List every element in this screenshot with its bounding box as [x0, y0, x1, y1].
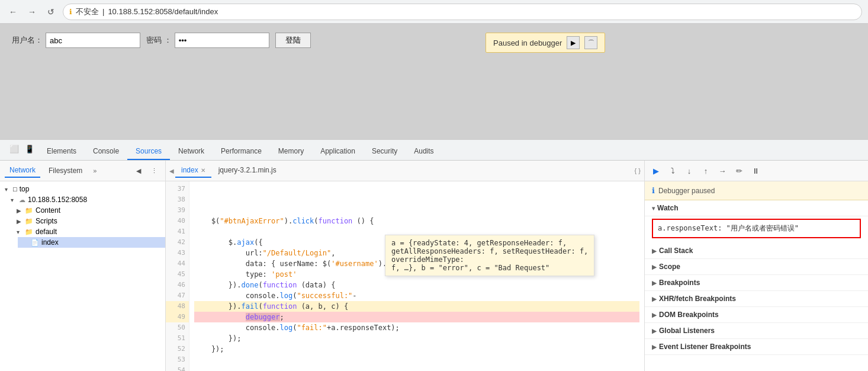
tree-index[interactable]: 📄 index — [18, 237, 165, 248]
username-input[interactable] — [46, 33, 140, 48]
tab-elements[interactable]: Elements — [38, 143, 85, 160]
devtools-icon-mobile[interactable]: 📱 — [21, 140, 38, 157]
code-scroll-area: 37 38 39 40 41 42 43 44 45 46 47 48 49 5… — [166, 181, 644, 371]
scope-label: Scope — [659, 263, 680, 271]
insecure-icon: ℹ — [69, 8, 72, 16]
resume-script-button[interactable]: ▶ — [650, 164, 663, 177]
breakpoints-section-header[interactable]: ▶ Breakpoints — [645, 275, 868, 291]
password-input[interactable] — [175, 33, 269, 48]
code-tab-jquery-label: jquery-3.2.1.min.js — [218, 166, 277, 174]
tree-default[interactable]: ▾ 📁 default — [12, 226, 165, 237]
code-lines: $("#btnAjaxError").click(function () { $… — [189, 181, 644, 371]
tree-host[interactable]: ▾ ☁ 10.188.5.152:8058 — [6, 194, 165, 205]
debugger-paused-banner: ℹ Debugger paused — [645, 181, 868, 200]
tab-console[interactable]: Console — [85, 143, 127, 160]
file-icon-index: 📄 — [31, 239, 39, 247]
line-numbers: 37 38 39 40 41 42 43 44 45 46 47 48 49 5… — [166, 181, 189, 371]
step-into-button[interactable]: ↓ — [683, 164, 696, 177]
xhr-breakpoints-chevron: ▶ — [652, 296, 657, 302]
scope-section-header[interactable]: ▶ Scope — [645, 259, 868, 275]
pause-on-exception-button[interactable]: ⏸ — [749, 164, 762, 177]
tree-arrow-top: ▾ — [5, 186, 11, 193]
tab-audits[interactable]: Audits — [406, 143, 442, 160]
code-tab-index[interactable]: index ✕ — [175, 164, 211, 178]
sidebar-add-button[interactable]: ⋮ — [147, 164, 160, 177]
tooltip-line2: getAllResponseHeaders: f, setRequestHead… — [391, 247, 588, 255]
code-line-54 — [194, 365, 639, 371]
sidebar-more-button[interactable]: » — [91, 166, 99, 175]
password-label: 密码 ： — [146, 35, 172, 46]
close-tab-index[interactable]: ✕ — [201, 167, 205, 174]
username-label: 用户名： — [12, 35, 43, 46]
info-icon: ℹ — [652, 186, 655, 195]
tab-application[interactable]: Application — [312, 143, 364, 160]
code-tab-jquery[interactable]: jquery-3.2.1.min.js — [213, 164, 282, 178]
folder-icon-top: □ — [13, 186, 17, 193]
tooltip-line4: f, …}, b = "error", c = "Bad Request" — [391, 264, 588, 272]
global-listeners-label: Global Listeners — [659, 327, 715, 335]
sidebar-hide-button[interactable]: ◀ — [132, 164, 145, 177]
deactivate-button[interactable]: ✏ — [732, 164, 745, 177]
line-53: 53 — [166, 354, 189, 365]
tab-network[interactable]: Network — [170, 143, 213, 160]
password-group: 密码 ： — [146, 33, 269, 48]
folder-icon-default: 📁 — [25, 228, 33, 236]
step-out-button[interactable]: ↑ — [699, 164, 712, 177]
cloud-icon-host: ☁ — [19, 196, 25, 204]
line-54: 54 — [166, 365, 189, 371]
dom-breakpoints-section-header[interactable]: ▶ DOM Breakpoints — [645, 307, 868, 323]
page-content: 用户名： 密码 ： 登陆 Paused in debugger ▶ ⌒ — [0, 24, 868, 139]
step-button[interactable]: → — [716, 164, 729, 177]
format-icon[interactable]: { } — [635, 167, 641, 174]
code-line-49: debugger; — [194, 312, 639, 322]
step-over-button2[interactable]: ⤵ — [666, 164, 679, 177]
folder-icon-scripts: 📁 — [25, 218, 33, 225]
right-toolbar: ▶ ⤵ ↓ ↑ → ✏ ⏸ — [645, 161, 868, 181]
tree-scripts[interactable]: ▶ 📁 Scripts — [12, 216, 165, 226]
tab-memory[interactable]: Memory — [270, 143, 312, 160]
xhr-breakpoints-label: XHR/fetch Breakpoints — [659, 295, 736, 303]
username-group: 用户名： — [12, 33, 140, 48]
event-listener-breakpoints-section-header[interactable]: ▶ Event Listener Breakpoints — [645, 339, 868, 355]
line-45: 45 — [166, 269, 189, 280]
sidebar-tab-filesystem[interactable]: Filesystem — [44, 164, 87, 177]
global-listeners-section-header[interactable]: ▶ Global Listeners — [645, 323, 868, 339]
tab-sources[interactable]: Sources — [127, 143, 170, 160]
step-over-button[interactable]: ⌒ — [584, 36, 597, 49]
watch-section-header[interactable]: ▾ Watch — [645, 200, 868, 216]
login-button[interactable]: 登陆 — [275, 33, 311, 48]
tree-content[interactable]: ▶ 📁 Content — [12, 205, 165, 216]
resume-button[interactable]: ▶ — [567, 36, 580, 49]
address-bar[interactable]: ℹ 不安全 | 10.188.5.152:8058/default/index — [63, 4, 862, 20]
reload-button[interactable]: ↺ — [44, 5, 58, 19]
code-line-37 — [194, 184, 639, 194]
code-line-52: }); — [194, 344, 639, 354]
forward-button[interactable]: → — [25, 5, 39, 19]
line-39: 39 — [166, 205, 189, 216]
line-40: 40 — [166, 216, 189, 226]
code-line-53 — [194, 354, 639, 365]
tab-security[interactable]: Security — [364, 143, 406, 160]
tree-top[interactable]: ▾ □ top — [0, 184, 165, 194]
sidebar-tabs: Network Filesystem » ◀ ⋮ — [0, 161, 165, 181]
code-content[interactable]: 37 38 39 40 41 42 43 44 45 46 47 48 49 5… — [166, 181, 644, 371]
line-41: 41 — [166, 226, 189, 237]
breakpoints-label: Breakpoints — [659, 279, 700, 287]
code-tabs: ◀ index ✕ jquery-3.2.1.min.js { } — [166, 161, 644, 181]
url-divider: | — [102, 7, 104, 16]
watch-value: a.responseText: "用户名或者密码错误" — [652, 219, 861, 238]
sidebar-actions: ◀ ⋮ — [132, 164, 160, 177]
code-line-48: }).fail(function (a, b, c) { — [194, 301, 639, 312]
right-content: ℹ Debugger paused ▾ Watch a.responseText… — [645, 181, 868, 371]
xhr-breakpoints-section-header[interactable]: ▶ XHR/fetch Breakpoints — [645, 291, 868, 307]
devtools-icon-inspect[interactable]: ⬜ — [6, 140, 22, 157]
tab-performance[interactable]: Performance — [213, 143, 270, 160]
sidebar-tab-network[interactable]: Network — [5, 164, 40, 178]
line-51: 51 — [166, 333, 189, 344]
back-button[interactable]: ← — [6, 5, 20, 19]
tooltip-line3: overrideMimeType: — [391, 255, 588, 264]
collapse-icon[interactable]: ◀ — [169, 168, 174, 174]
call-stack-section-header[interactable]: ▶ Call Stack — [645, 243, 868, 259]
tree-label-index: index — [41, 238, 59, 247]
code-line-47: console.log("successful:"- — [194, 290, 639, 301]
